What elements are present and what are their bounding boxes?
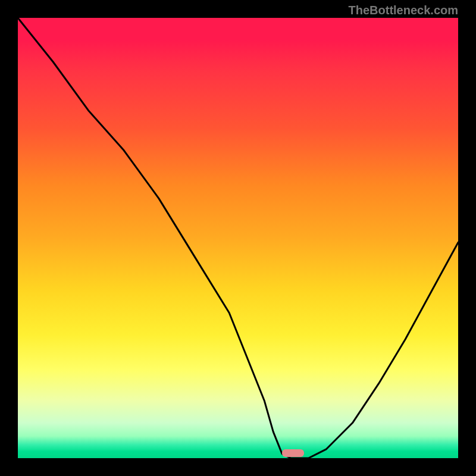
plot-area [18,18,458,458]
optimal-marker [282,449,304,457]
chart-container: TheBottleneck.com [0,0,476,476]
bottleneck-curve [18,18,458,458]
watermark-text: TheBottleneck.com [349,4,458,17]
